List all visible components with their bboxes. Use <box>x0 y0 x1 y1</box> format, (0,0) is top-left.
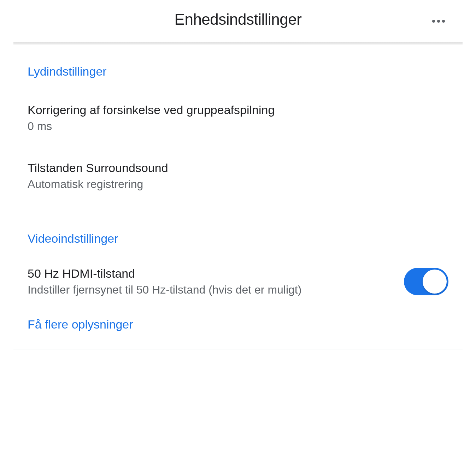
header-shadow <box>13 42 463 45</box>
delay-correction-row[interactable]: Korrigering af forsinkelse ved gruppeafs… <box>28 89 448 147</box>
delay-correction-title: Korrigering af forsinkelse ved gruppeafs… <box>28 103 448 117</box>
audio-section-header: Lydindstillinger <box>28 59 448 89</box>
more-options-icon[interactable] <box>432 20 445 23</box>
hdmi-50hz-row: 50 Hz HDMI-tilstand Indstiller fjernsyne… <box>28 256 448 307</box>
more-info-link[interactable]: Få flere oplysninger <box>28 307 448 345</box>
hdmi-50hz-title: 50 Hz HDMI-tilstand <box>28 267 390 280</box>
section-divider <box>13 212 463 212</box>
surround-sound-row[interactable]: Tilstanden Surroundsound Automatisk regi… <box>28 147 448 205</box>
page-title: Enhedsindstillinger <box>175 11 302 28</box>
header-bar: Enhedsindstillinger <box>13 0 463 42</box>
toggle-knob <box>423 270 447 294</box>
hdmi-50hz-toggle[interactable] <box>404 268 448 295</box>
delay-correction-value: 0 ms <box>28 120 448 133</box>
video-section-header: Videoindstillinger <box>28 226 448 256</box>
surround-sound-title: Tilstanden Surroundsound <box>28 161 448 175</box>
bottom-divider <box>13 349 463 349</box>
hdmi-50hz-description: Indstiller fjernsynet til 50 Hz-tilstand… <box>28 283 390 296</box>
surround-sound-value: Automatisk registrering <box>28 178 448 191</box>
